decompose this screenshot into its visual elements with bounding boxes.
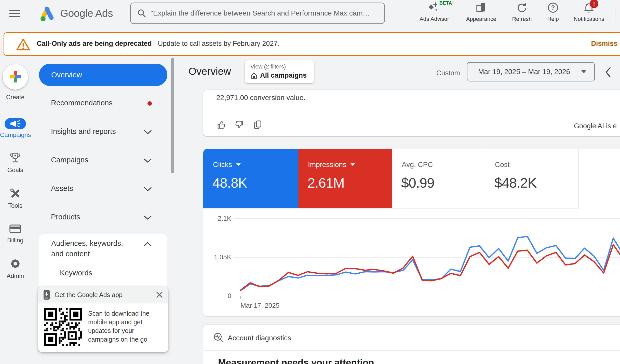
topbar-action-label: Appearance	[460, 16, 503, 22]
sidebar-label-billing: Billing	[0, 237, 31, 244]
qr-code-icon	[44, 308, 82, 346]
nav-item-recommendations[interactable]: Recommendations	[38, 98, 168, 127]
nav-item-label: Products	[51, 213, 80, 221]
nav-scrollbar[interactable]	[171, 58, 174, 173]
banner-text-bold: Call-Only ads are being deprecated	[37, 40, 152, 47]
close-icon[interactable]	[156, 291, 163, 298]
home-icon	[250, 72, 258, 79]
sidebar-label-create: Create	[6, 94, 24, 101]
ai-summary-text: 22,971.00 conversion value.	[216, 94, 305, 102]
view-filter-label: View (2 filters)	[250, 63, 286, 70]
view-filter-card[interactable]: View (2 filters) All campaigns	[245, 60, 314, 83]
phone-download-icon	[43, 290, 50, 300]
topbar-action-help[interactable]: ?Help	[542, 2, 564, 27]
menu-icon[interactable]	[9, 10, 20, 18]
topbar-divider	[615, 5, 615, 22]
notification-badge: !	[590, 0, 598, 8]
line-chart	[203, 149, 620, 316]
refresh-icon	[516, 2, 528, 13]
ai-disclaimer-text: Google AI is e	[574, 122, 617, 130]
sidebar-item-tools[interactable]: Tools	[0, 187, 31, 209]
nav-item-label: Campaigns	[51, 156, 88, 164]
deprecation-banner: Call-Only ads are being deprecated - Upd…	[4, 32, 620, 56]
sidebar-label-goals: Goals	[0, 166, 31, 174]
chart-line-clicks	[241, 236, 620, 291]
search-icon	[137, 9, 146, 18]
nav-group-audiences[interactable]: Audiences, keywords, and content	[39, 234, 167, 291]
nav-overview-label: Overview	[51, 71, 82, 79]
diagnostics-divider	[203, 350, 620, 351]
dropdown-caret-icon	[581, 70, 586, 73]
topbar-action-appearance[interactable]: Appearance	[460, 2, 503, 27]
account-diagnostics-header[interactable]: Account diagnostics	[203, 325, 620, 350]
chevron-up-icon	[143, 242, 152, 246]
sidebar-item-admin[interactable]: Admin	[0, 258, 31, 279]
billing-card-icon	[9, 223, 22, 234]
help-icon: ?	[547, 2, 559, 13]
topbar-action-notifications[interactable]: !Notifications	[567, 2, 611, 27]
account-diagnostics-card: Account diagnostics Measurement needs yo…	[203, 325, 620, 364]
topbar-action-refresh[interactable]: Refresh	[507, 2, 537, 27]
create-button[interactable]	[3, 64, 28, 90]
google-ads-logo-icon	[37, 4, 57, 23]
thumbs-up-icon[interactable]	[216, 120, 226, 130]
performance-chart-card: Clicks48.8KImpressions2.61MAvg. CPC$0.99…	[203, 149, 620, 317]
appearance-icon	[476, 2, 487, 13]
gear-icon	[9, 258, 21, 270]
create-plus-icon	[9, 71, 21, 83]
ai-summary-card: 22,971.00 conversion value. Google AI is…	[203, 90, 620, 136]
chart-line-impressions	[241, 245, 620, 290]
diagnostics-search-icon	[213, 332, 225, 344]
thumbs-down-icon[interactable]	[234, 120, 244, 130]
chevron-down-icon	[144, 187, 152, 191]
date-range-type: Custom	[436, 69, 460, 77]
sidebar-label-admin: Admin	[0, 272, 31, 279]
warning-icon	[16, 38, 31, 51]
copy-icon[interactable]	[253, 120, 263, 130]
search-bar[interactable]	[130, 3, 385, 24]
sidebar-item-campaigns[interactable]	[5, 118, 26, 129]
date-range-picker[interactable]: Mar 19, 2025 – Mar 19, 2026	[467, 62, 595, 81]
nav-item-keywords[interactable]: Keywords	[60, 269, 92, 277]
google-ads-logo: Google Ads	[37, 4, 113, 23]
nav-group-label: Audiences, keywords, and content	[51, 238, 135, 259]
topbar-action-ads-advisor[interactable]: BETAAds Advisor	[413, 2, 456, 27]
nav-item-label: Assets	[51, 184, 73, 193]
collapse-panel-chevron-icon[interactable]	[605, 67, 611, 78]
dismiss-button[interactable]: Dismiss	[591, 40, 617, 48]
nav-item-assets[interactable]: Assets	[38, 184, 168, 212]
nav-item-label: Insights and reports	[51, 127, 116, 136]
search-input[interactable]	[150, 9, 375, 18]
account-diagnostics-title: Account diagnostics	[228, 334, 291, 342]
sidebar-label-campaigns: Campaigns	[0, 131, 31, 138]
secondary-nav: RecommendationsInsights and reportsCampa…	[38, 98, 168, 241]
diagnostics-message: Measurement needs your attention	[218, 357, 374, 364]
app-promo-card: Get the Google Ads app Scan to download …	[38, 287, 168, 352]
chevron-down-icon	[144, 215, 152, 220]
nav-item-overview-selected[interactable]: Overview	[39, 64, 167, 86]
svg-text:?: ?	[551, 4, 555, 11]
nav-item-insights-and-reports[interactable]: Insights and reports	[38, 127, 168, 155]
app-promo-title: Get the Google Ads app	[55, 291, 123, 299]
tools-icon	[9, 187, 22, 200]
topbar-action-label: Notifications	[567, 16, 611, 22]
app-promo-header: Get the Google Ads app	[38, 287, 168, 303]
sidebar-label-tools: Tools	[0, 202, 31, 209]
topbar-action-label: Refresh	[507, 16, 537, 22]
sidebar-item-create[interactable]: Create	[0, 94, 31, 101]
sidebar-item-goals[interactable]: Goals	[0, 152, 31, 174]
nav-item-label: Recommendations	[51, 99, 113, 107]
banner-text: Call-Only ads are being deprecated - Upd…	[37, 40, 279, 48]
sidebar-item-campaigns-label[interactable]: Campaigns	[0, 131, 31, 138]
page-title: Overview	[188, 66, 231, 77]
logo-text: Google Ads	[60, 7, 113, 19]
nav-item-campaigns[interactable]: Campaigns	[38, 155, 168, 184]
megaphone-icon	[10, 120, 21, 128]
banner-text-rest: - Update to call assets by February 2027…	[152, 40, 279, 47]
view-filter-value-text: All campaigns	[260, 72, 307, 79]
beta-badge: BETA	[437, 0, 454, 6]
sidebar-item-billing[interactable]: Billing	[0, 223, 31, 244]
chevron-down-icon	[144, 130, 152, 134]
date-range-text: Mar 19, 2025 – Mar 19, 2026	[478, 68, 570, 76]
topbar-action-label: Help	[542, 16, 564, 22]
